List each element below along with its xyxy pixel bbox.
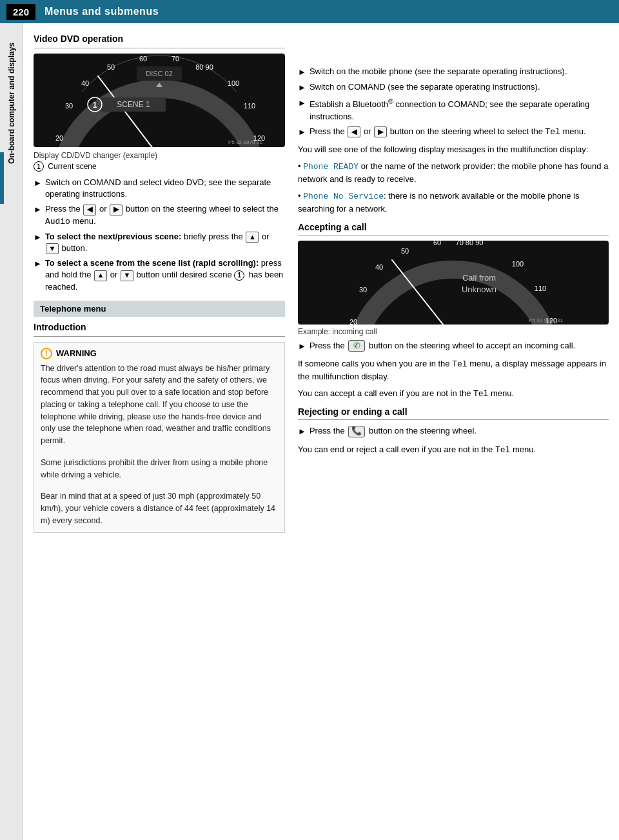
warning-paragraph-2: Some jurisdictions prohibit the driver f… (41, 457, 278, 481)
arrow-icon: ► (298, 126, 306, 138)
warning-box: ! WARNING The driver's attention to the … (34, 342, 285, 533)
circle-1: 1 (34, 161, 44, 172)
bullet-reject-call: ► Press the 📞 button on the steering whe… (298, 425, 609, 437)
sidebar-label: On-board computer and displays (7, 43, 16, 164)
key-next: ▶ (110, 205, 123, 215)
arrow-icon: ► (298, 341, 306, 352)
bullet-bluetooth: ► Establish a Bluetooth® connection to C… (298, 97, 609, 123)
accepting-call-bullets: ► Press the ✆ button on the steering whe… (298, 340, 609, 352)
phone-no-service-text: Phone No Service (303, 192, 384, 201)
phone-ready-text: Phone READY (303, 162, 359, 172)
svg-text:1: 1 (93, 101, 97, 110)
svg-text:P5 32-9970-31: P5 32-9970-31 (228, 139, 262, 145)
arrow-icon: ► (298, 426, 306, 437)
svg-text:100: 100 (228, 79, 239, 87)
video-dvd-heading: Video DVD operation (34, 34, 285, 44)
svg-text:60: 60 (139, 55, 147, 63)
bullet-next-prev-scene: ► To select the next/previous scene: bri… (34, 231, 285, 254)
circle-num-1: 1 (234, 270, 244, 281)
key-down-2: ▼ (121, 270, 133, 281)
phone-no-service-line: • Phone No Service: there is no network … (298, 190, 609, 215)
arrow-icon: ► (34, 258, 42, 270)
svg-text:40: 40 (81, 79, 89, 87)
arrow-icon: ► (298, 66, 306, 78)
main-layout: On-board computer and displays Video DVD… (0, 23, 619, 840)
warning-paragraph-1: The driver's attention to the road must … (41, 363, 278, 447)
svg-text:50: 50 (107, 63, 115, 71)
right-column: ► Switch on the mobile phone (see the se… (298, 34, 609, 830)
tel-label-2: Tel (473, 389, 488, 399)
accepting-call-gauge: 20 30 40 50 60 70 80 90 100 110 120 130 … (298, 241, 609, 325)
green-phone-button: ✆ (348, 340, 365, 352)
phone-ready-line: • Phone READY or the name of the network… (298, 160, 609, 186)
current-scene-label: Current scene (48, 162, 96, 171)
svg-text:30: 30 (65, 102, 73, 110)
page-title: Menus and submenus (44, 6, 159, 17)
svg-text:P5 32-9981-31: P5 32-9981-31 (529, 317, 563, 323)
svg-text:20: 20 (55, 134, 63, 142)
current-scene-caption: 1 Current scene (34, 161, 285, 172)
tel-label-1: Tel (452, 359, 467, 369)
tel-menu-para-2: You can accept a call even if you are no… (298, 387, 609, 401)
content-area: Video DVD operation 20 30 (23, 23, 619, 840)
reject-para-1: You can end or reject a call even if you… (298, 443, 609, 457)
rejecting-divider (298, 419, 609, 420)
bullet-select-scene-list: ► To select a scene from the scene list … (34, 257, 285, 293)
telephone-menu-label: Telephone menu (40, 304, 106, 314)
svg-text:100: 100 (512, 260, 524, 268)
rejecting-call-bullets: ► Press the 📞 button on the steering whe… (298, 425, 609, 437)
key-next-r: ▶ (374, 126, 387, 137)
warning-title: ! WARNING (41, 348, 278, 359)
heading-divider (34, 48, 285, 48)
page-header: 220 Menus and submenus (0, 0, 619, 23)
svg-text:Call from: Call from (462, 273, 496, 283)
bullet-switch-phone: ► Switch on the mobile phone (see the se… (298, 66, 609, 78)
svg-text:110: 110 (244, 102, 255, 110)
svg-text:20: 20 (349, 318, 357, 325)
svg-text:SCENE 1: SCENE 1 (117, 100, 150, 109)
key-up-2: ▲ (94, 270, 107, 281)
bullet-press-button: ► Press the ◀ or ▶ button on the steerin… (34, 203, 285, 227)
svg-text:40: 40 (375, 263, 383, 271)
gauge-image: 20 30 40 50 60 70 80 90 100 110 120 130 … (34, 54, 285, 147)
page-number: 220 (6, 4, 35, 20)
bullet-accept-call: ► Press the ✆ button on the steering whe… (298, 340, 609, 352)
sidebar: On-board computer and displays (0, 23, 23, 840)
bullet-press-tel: ► Press the ◀ or ▶ button on the steerin… (298, 126, 609, 138)
svg-text:70: 70 (172, 55, 179, 63)
introduction-heading: Introduction (34, 322, 285, 332)
arrow-icon: ► (34, 204, 42, 215)
key-prev-r: ◀ (348, 126, 360, 137)
svg-text:DISC 02: DISC 02 (146, 70, 173, 77)
tel-menu-para-1: If someone calls you when you are in the… (298, 357, 609, 383)
telephone-menu-box: Telephone menu (34, 301, 285, 317)
key-down: ▼ (46, 243, 59, 254)
svg-text:50: 50 (401, 247, 409, 255)
key-prev: ◀ (83, 205, 96, 215)
warning-label: WARNING (56, 348, 97, 358)
gauge-caption: Display CD/DVD changer (example) (34, 151, 285, 160)
video-dvd-bullets: ► Switch on COMAND and select video DVD;… (34, 177, 285, 293)
svg-text:110: 110 (535, 285, 546, 292)
bullet-switch-comand: ► Switch on COMAND and select video DVD;… (34, 177, 285, 200)
audio-menu-label: Audio (45, 217, 70, 226)
rejecting-call-heading: Rejecting or ending a call (298, 406, 609, 417)
svg-text:60: 60 (433, 241, 441, 246)
arrow-icon: ► (298, 97, 306, 109)
intro-divider (34, 336, 285, 337)
red-phone-button: 📞 (348, 426, 365, 437)
arrow-icon: ► (34, 177, 42, 189)
accepting-divider (298, 235, 609, 235)
warning-paragraph-3: Bear in mind that at a speed of just 30 … (41, 490, 278, 526)
svg-text:Unknown: Unknown (462, 285, 496, 294)
accepting-call-heading: Accepting a call (298, 222, 609, 232)
multifunction-intro: You will see one of the following displa… (298, 143, 609, 156)
left-column: Video DVD operation 20 30 (34, 34, 285, 830)
arrow-icon: ► (34, 232, 42, 243)
bullet-switch-comand-right: ► Switch on COMAND (see the separate ope… (298, 81, 609, 94)
green-phone-icon: ✆ (353, 340, 360, 352)
warning-icon: ! (41, 348, 52, 359)
svg-text:30: 30 (359, 286, 367, 294)
svg-text:70 80 90: 70 80 90 (456, 241, 484, 246)
red-phone-icon: 📞 (351, 425, 362, 437)
